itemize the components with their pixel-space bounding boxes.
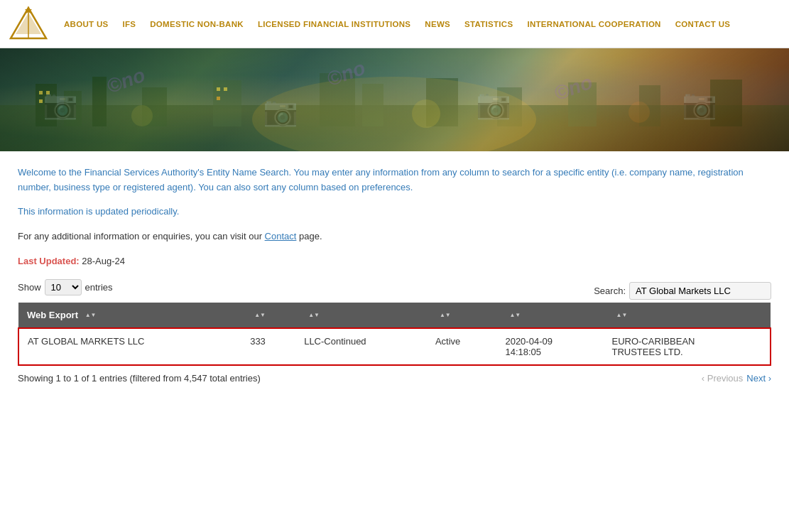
last-updated: Last Updated: 28-Aug-24 <box>18 256 771 266</box>
col-2[interactable]: ▲▼ <box>241 303 295 328</box>
pagination-row: Showing 1 to 1 of 1 entries (filtered fr… <box>18 371 771 385</box>
navbar: ABOUT US IFS DOMESTIC NON-BANK LICENSED … <box>0 0 789 48</box>
svg-rect-12 <box>46 91 50 94</box>
cell-type: LLC-Continued <box>295 328 427 365</box>
nav-contact-us[interactable]: CONTACT US <box>668 20 738 28</box>
show-entries: Show 10 25 50 100 entries <box>18 279 113 295</box>
table-controls-row: Show 10 25 50 100 entries Search: <box>18 279 771 303</box>
col-5[interactable]: ▲▼ <box>496 303 603 328</box>
col-3[interactable]: ▲▼ <box>295 303 427 328</box>
enquiry-prefix: For any additional information or enquir… <box>18 231 262 241</box>
svg-rect-14 <box>217 87 220 91</box>
svg-rect-10 <box>213 80 241 126</box>
show-label: Show <box>18 282 41 293</box>
svg-rect-23 <box>710 80 742 126</box>
intro-text: Welcome to the Financial Services Author… <box>18 165 771 195</box>
contact-link[interactable]: Contact <box>265 231 297 241</box>
results-table: Web Export ▲▼ ▲▼ ▲▼ ▲▼ ▲▼ ▲▼ <box>18 303 771 366</box>
nav-domestic-non-bank[interactable]: DOMESTIC NON-BANK <box>143 20 251 28</box>
nav-licensed-financial[interactable]: LICENSED FINANCIAL INSTITUTIONS <box>251 20 418 28</box>
search-input[interactable] <box>629 282 771 300</box>
search-container: Search: <box>594 282 771 300</box>
sort-arrows-2: ▲▼ <box>254 313 266 318</box>
sort-arrows-5: ▲▼ <box>509 313 521 318</box>
hero-banner: ©no ©no ©no 📷 📷 📷 📷 <box>0 48 789 151</box>
nav-links: ABOUT US IFS DOMESTIC NON-BANK LICENSED … <box>57 20 782 28</box>
main-content: Welcome to the Financial Services Author… <box>0 151 789 392</box>
pagination-links: ‹ Previous Next › <box>702 373 771 384</box>
cell-reg-num: 333 <box>241 328 295 365</box>
col-6[interactable]: ▲▼ <box>603 303 771 328</box>
next-link[interactable]: Next › <box>746 373 771 384</box>
entries-label: entries <box>85 282 113 293</box>
nav-about-us[interactable]: ABOUT US <box>57 20 115 28</box>
nav-ifs[interactable]: IFS <box>115 20 143 28</box>
svg-rect-11 <box>39 91 43 94</box>
svg-rect-21 <box>568 82 597 126</box>
nav-international-cooperation[interactable]: INTERNATIONAL COOPERATION <box>520 20 668 28</box>
col-4[interactable]: ▲▼ <box>427 303 496 328</box>
showing-text: Showing 1 to 1 of 1 entries (filtered fr… <box>18 373 261 384</box>
table-row: AT GLOBAL MARKETS LLC 333 LLC-Continued … <box>18 328 771 365</box>
svg-rect-13 <box>39 99 43 103</box>
enquiry-suffix: page. <box>299 231 322 241</box>
sort-arrows-4: ▲▼ <box>440 313 451 318</box>
svg-rect-16 <box>217 97 220 100</box>
svg-rect-7 <box>64 91 82 126</box>
svg-point-26 <box>412 99 440 128</box>
sort-arrows-1: ▲▼ <box>85 313 97 318</box>
svg-point-27 <box>629 102 650 123</box>
svg-point-25 <box>131 105 153 126</box>
last-updated-label: Last Updated: <box>18 256 80 266</box>
enquiry-text: For any additional information or enquir… <box>18 231 771 241</box>
nav-statistics[interactable]: STATISTICS <box>457 20 520 28</box>
entries-select[interactable]: 10 25 50 100 <box>45 279 82 295</box>
search-label: Search: <box>594 286 626 296</box>
last-updated-value: 28-Aug-24 <box>82 256 125 266</box>
cell-name: AT GLOBAL MARKETS LLC <box>18 328 241 365</box>
svg-rect-8 <box>92 77 107 126</box>
previous-link[interactable]: ‹ Previous <box>702 373 744 384</box>
col-web-export[interactable]: Web Export ▲▼ <box>18 303 241 328</box>
logo[interactable] <box>7 4 50 43</box>
cell-date: 2020-04-09 14:18:05 <box>496 328 603 365</box>
cell-status: Active <box>427 328 496 365</box>
svg-rect-15 <box>224 87 227 91</box>
sort-arrows-3: ▲▼ <box>308 313 320 318</box>
nav-news[interactable]: NEWS <box>418 20 457 28</box>
table-header-row: Web Export ▲▼ ▲▼ ▲▼ ▲▼ ▲▼ ▲▼ <box>18 303 771 328</box>
sort-arrows-6: ▲▼ <box>616 313 627 318</box>
svg-rect-6 <box>36 84 57 126</box>
update-notice: This information is updated periodically… <box>18 206 771 217</box>
cell-agent: EURO-CARIBBEAN TRUSTEES LTD. <box>603 328 771 365</box>
